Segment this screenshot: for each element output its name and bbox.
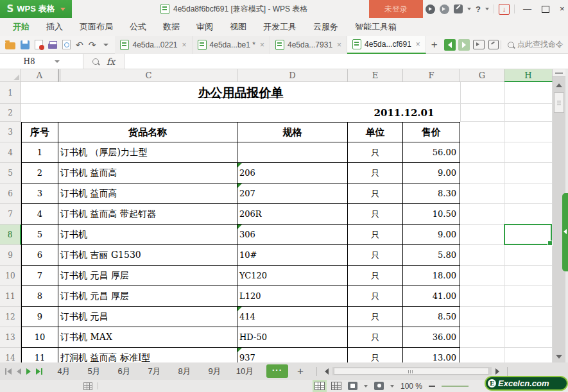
- cell-no[interactable]: 3: [21, 183, 58, 204]
- cell-price[interactable]: 10.50: [403, 204, 460, 225]
- cell-no[interactable]: 11: [21, 348, 58, 362]
- row-header-13[interactable]: 13: [0, 327, 21, 348]
- cell-h[interactable]: [504, 327, 553, 348]
- cell-no[interactable]: 10: [21, 327, 58, 348]
- prev-sheet-button[interactable]: [17, 368, 21, 375]
- cell-g[interactable]: [460, 163, 504, 183]
- chevron-down-icon[interactable]: [390, 385, 394, 388]
- page-break-view-button[interactable]: [331, 382, 341, 390]
- close-tab-icon[interactable]: ×: [260, 40, 264, 49]
- cell-name[interactable]: 订书机 益而高 带起钉器: [58, 204, 237, 225]
- cell-g[interactable]: [460, 266, 504, 286]
- cell-no[interactable]: 9: [21, 307, 58, 327]
- split-handle[interactable]: [553, 69, 565, 77]
- cell-h[interactable]: [504, 245, 553, 266]
- skin-icon[interactable]: [426, 4, 435, 14]
- cell-h[interactable]: [504, 204, 553, 225]
- doc-tab[interactable]: 4e5da...0221×: [115, 36, 192, 54]
- cell-unit[interactable]: 只: [348, 204, 403, 225]
- doc-tab[interactable]: 4e5da...7931×: [270, 36, 347, 54]
- cell-name[interactable]: 订书机 吉丽 G1530: [58, 245, 237, 266]
- export-pdf-icon[interactable]: [35, 40, 43, 49]
- chevron-down-icon[interactable]: [467, 8, 471, 10]
- row-header-5[interactable]: 5: [0, 163, 21, 183]
- cell-g[interactable]: [460, 348, 504, 362]
- login-button[interactable]: 未登录: [369, 0, 423, 18]
- cells-area[interactable]: 办公用品报价单 2011.12.01 序号 货品名称 规格 单位 售价 1订书机…: [21, 82, 553, 362]
- select-all-corner[interactable]: [0, 69, 21, 82]
- cell-price[interactable]: 18.00: [403, 266, 460, 286]
- cell-price[interactable]: 13.00: [403, 348, 460, 362]
- cell-no[interactable]: 5: [21, 225, 58, 245]
- doc-tab[interactable]: 4e5da...be1 *×: [193, 36, 270, 54]
- help-icon[interactable]: ?: [476, 4, 481, 14]
- column-header-E[interactable]: E: [348, 69, 403, 82]
- zoom-slider[interactable]: [442, 386, 469, 387]
- wps-app-menu-button[interactable]: S WPS 表格: [0, 0, 72, 18]
- cell-unit[interactable]: 只: [348, 245, 403, 266]
- sheet-tab-6月[interactable]: 6月: [109, 362, 139, 380]
- name-box[interactable]: H8: [0, 54, 83, 69]
- print-icon[interactable]: [48, 44, 57, 49]
- cell-unit[interactable]: 只: [348, 183, 403, 204]
- cell-spec[interactable]: [237, 142, 348, 163]
- prev-tab-button[interactable]: [444, 39, 456, 51]
- menu-tab-8[interactable]: 开发工具: [263, 21, 297, 33]
- horizontal-scrollbar[interactable]: [332, 367, 492, 375]
- vertical-scroll-thumb[interactable]: [554, 92, 564, 113]
- menu-tab-5[interactable]: 数据: [163, 21, 180, 33]
- cell-spec[interactable]: HD-50: [237, 327, 348, 348]
- cell-price[interactable]: 56.00: [403, 142, 460, 163]
- chevron-down-icon[interactable]: [485, 8, 489, 10]
- cell-h[interactable]: [504, 266, 553, 286]
- cell-h[interactable]: [504, 142, 553, 163]
- sheet-tab-5月[interactable]: 5月: [79, 362, 109, 380]
- selected-cell-H8[interactable]: [504, 224, 552, 245]
- cell-unit[interactable]: 只: [348, 307, 403, 327]
- cell-g[interactable]: [460, 225, 504, 245]
- menu-tab-6[interactable]: 审阅: [196, 21, 213, 33]
- formula-input[interactable]: [124, 54, 568, 69]
- cell-name[interactable]: 订书机 元昌 厚层: [58, 286, 237, 307]
- column-header-H[interactable]: H: [504, 69, 553, 82]
- first-sheet-button[interactable]: [5, 368, 12, 375]
- column-header-D[interactable]: D: [237, 69, 348, 82]
- play-view-icon[interactable]: [473, 40, 485, 49]
- page-layout-view-button[interactable]: [348, 382, 357, 390]
- minimize-button[interactable]: —: [523, 0, 531, 18]
- cell-name[interactable]: 订书机 益而高: [58, 163, 237, 183]
- sheet-tab-10月[interactable]: 10月: [230, 362, 260, 380]
- cell-unit[interactable]: 只: [348, 327, 403, 348]
- toolbar-more-icon[interactable]: [103, 44, 108, 46]
- row-header-8[interactable]: 8: [0, 225, 21, 245]
- menu-tab-2[interactable]: 插入: [46, 21, 63, 33]
- date-cell[interactable]: 2011.12.01: [348, 104, 460, 122]
- cell-no[interactable]: 8: [21, 286, 58, 307]
- header-price[interactable]: 售价: [403, 122, 460, 142]
- fill-handle[interactable]: [547, 241, 553, 246]
- scroll-down-icon[interactable]: [556, 355, 562, 359]
- menu-tab-9[interactable]: 云服务: [313, 21, 338, 33]
- close-button[interactable]: ×: [560, 0, 565, 18]
- cell-price[interactable]: 8.30: [403, 183, 460, 204]
- cell-name[interactable]: 订书机 MAX: [58, 327, 237, 348]
- cell-g[interactable]: [460, 204, 504, 225]
- row-header-14[interactable]: 14: [0, 348, 21, 362]
- header-unit[interactable]: 单位: [348, 122, 403, 142]
- cell-spec[interactable]: 937: [237, 348, 348, 362]
- row-header-4[interactable]: 4: [0, 142, 21, 163]
- last-sheet-button[interactable]: [36, 368, 42, 375]
- sheet-tab-9月[interactable]: 9月: [200, 362, 230, 380]
- cell-unit[interactable]: 只: [348, 225, 403, 245]
- cell-h[interactable]: [504, 163, 553, 183]
- cell-unit[interactable]: 只: [348, 286, 403, 307]
- menu-tab-3[interactable]: 页面布局: [80, 21, 113, 33]
- cell-unit[interactable]: 只: [348, 266, 403, 286]
- cell-price[interactable]: 8.50: [403, 307, 460, 327]
- cell-name[interactable]: 订书机 益而高: [58, 183, 237, 204]
- row-header-1[interactable]: 1: [0, 82, 21, 104]
- save-icon[interactable]: [21, 40, 30, 49]
- column-header-F[interactable]: F: [403, 69, 460, 82]
- command-search[interactable]: 点此查找命令: [508, 39, 564, 50]
- cell-no[interactable]: 7: [21, 266, 58, 286]
